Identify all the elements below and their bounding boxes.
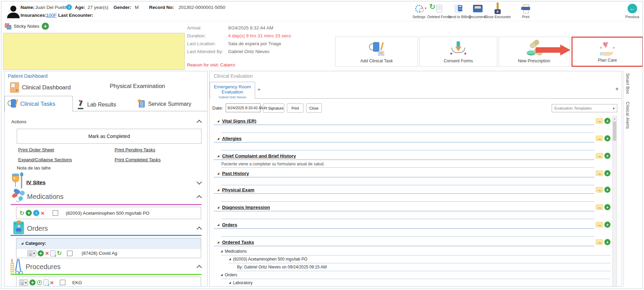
orders-collapse-chevron-icon[interactable] xyxy=(197,227,202,232)
section-title[interactable]: Physical Exam xyxy=(222,187,254,192)
category-expand-triangle-icon[interactable]: ◢ xyxy=(21,242,23,245)
quick-text-icon[interactable]: ..„ xyxy=(596,118,603,124)
patient-info-icon[interactable]: i xyxy=(66,4,72,10)
add-section-entry-icon[interactable]: + xyxy=(604,118,610,124)
procedures-section-title[interactable]: Procedures xyxy=(26,263,61,271)
category-header[interactable]: ◢ Category: xyxy=(16,238,201,249)
order-clipboard-add-icon[interactable] xyxy=(50,250,55,256)
scrollbar-up-arrow-icon[interactable]: ▲ xyxy=(613,116,617,121)
quick-text-icon[interactable]: ..„ xyxy=(596,171,603,176)
procedure-type-dropdown[interactable]: A▾ xyxy=(19,279,28,286)
section-expand-triangle-icon[interactable]: ◢ xyxy=(217,224,219,226)
section-content[interactable] xyxy=(221,229,594,237)
section-content[interactable] xyxy=(221,142,594,150)
section-content[interactable] xyxy=(221,211,594,219)
iv-sites-expand-chevron-icon[interactable] xyxy=(197,179,202,185)
tab-emergency-room-evaluation[interactable]: Emergency Room Evaluation Gabriel Ortiz … xyxy=(210,82,255,99)
reorder-medication-icon[interactable]: ↻ xyxy=(19,210,24,216)
quick-text-icon[interactable]: ..„ xyxy=(596,153,603,159)
add-section-entry-icon[interactable]: + xyxy=(604,239,610,245)
tab-clinical-tasks[interactable]: Clinical Tasks xyxy=(4,96,73,112)
tab-physical-examination[interactable]: Physical Examination xyxy=(107,83,165,90)
schedule-procedure-icon[interactable] xyxy=(37,280,42,285)
expand-collapse-sections-link[interactable]: Expand/Collapse Sections xyxy=(18,157,72,162)
add-panel-button[interactable]: + xyxy=(615,86,619,92)
tree-node-orders[interactable]: ◢ Orders xyxy=(221,271,610,279)
section-expand-triangle-icon[interactable]: ◢ xyxy=(217,189,219,191)
delete-medication-icon[interactable]: × xyxy=(41,210,44,216)
section-content[interactable]: Paciente viene a completar su formulario… xyxy=(221,160,594,168)
print-order-sheet-link[interactable]: Print Order Sheet xyxy=(18,147,54,152)
close-encounter-button[interactable]: Close Encounter xyxy=(483,3,512,19)
procedures-collapse-chevron-icon[interactable] xyxy=(197,265,202,270)
add-section-entry-icon[interactable]: + xyxy=(604,187,610,193)
delete-order-icon[interactable]: × xyxy=(45,250,49,256)
add-section-entry-icon[interactable]: + xyxy=(604,153,610,159)
iv-sites-section-title[interactable]: IV Sites xyxy=(26,179,45,186)
add-section-entry-icon[interactable]: + xyxy=(604,222,610,228)
close-evaluation-button[interactable]: Close xyxy=(306,103,322,113)
consent-forms-button[interactable]: Consent Forms xyxy=(419,37,497,67)
add-clinical-task-button[interactable]: Add Clinical Task xyxy=(335,37,418,67)
tab-clinical-dashboard[interactable]: Clinical Dashboard xyxy=(10,82,71,93)
section-title[interactable]: Past History xyxy=(222,171,249,176)
add-section-entry-icon[interactable]: + xyxy=(604,170,610,176)
medication-checkbox[interactable] xyxy=(53,210,58,216)
medication-info-icon[interactable]: i xyxy=(33,210,39,216)
delete-procedure-icon[interactable]: × xyxy=(50,279,54,286)
section-expand-triangle-icon[interactable]: ◢ xyxy=(217,241,219,244)
procedure-clipboard-icon[interactable] xyxy=(43,279,49,286)
tree-expand-triangle-icon[interactable]: ◢ xyxy=(229,281,231,284)
print-completed-tasks-link[interactable]: Print Completed Tasks xyxy=(115,157,161,162)
order-checkbox[interactable] xyxy=(67,251,73,256)
print-pending-tasks-link[interactable]: Print Pending Tasks xyxy=(115,147,155,152)
add-evaluation-tab-button[interactable]: + xyxy=(258,86,261,92)
insurances-link[interactable]: 100F xyxy=(46,13,57,18)
print-evaluation-button[interactable]: Print xyxy=(287,103,303,113)
section-title[interactable]: Diagnosis Impression xyxy=(222,205,270,210)
add-sticky-note-button[interactable]: + xyxy=(42,23,49,30)
order-type-dropdown[interactable]: A▾ xyxy=(27,250,36,256)
tree-expand-triangle-icon[interactable]: ◢ xyxy=(221,274,223,276)
section-title[interactable]: Allergies xyxy=(222,136,241,141)
pt-signature-button[interactable]: Pt Signature xyxy=(263,103,284,113)
section-title[interactable]: Orders xyxy=(222,222,237,227)
procedure-checkbox[interactable] xyxy=(60,280,65,285)
section-expand-triangle-icon[interactable]: ◢ xyxy=(217,172,219,175)
add-section-entry-icon[interactable]: + xyxy=(604,135,610,141)
settings-caret-down-icon[interactable]: ▾ xyxy=(425,7,426,10)
section-title[interactable]: Chief Complaint and Brief History xyxy=(222,153,296,159)
section-content[interactable] xyxy=(221,177,594,185)
quick-text-icon[interactable]: ..„ xyxy=(596,222,603,227)
actions-collapse-chevron-icon[interactable] xyxy=(197,120,202,125)
medications-collapse-chevron-icon[interactable] xyxy=(197,195,202,201)
section-expand-triangle-icon[interactable]: ◢ xyxy=(217,206,219,209)
section-expand-triangle-icon[interactable]: ◢ xyxy=(217,155,219,157)
section-content[interactable] xyxy=(221,125,594,133)
plan-care-button[interactable]: ♥+++ Plan Care xyxy=(571,37,643,67)
scrollbar-thumb[interactable] xyxy=(613,122,616,141)
section-expand-triangle-icon[interactable]: ◢ xyxy=(217,137,219,140)
previous-button[interactable]: ← Previous xyxy=(623,3,642,19)
quick-text-icon[interactable]: ..„ xyxy=(596,187,603,192)
add-section-entry-icon[interactable]: + xyxy=(604,204,610,210)
print-button[interactable]: Print xyxy=(515,3,536,19)
tree-node-medication-item[interactable]: ◢ (82003) Acetaminophen 500 mgs/tab PO xyxy=(229,255,610,263)
smart-box-vertical-tab[interactable]: Smart Box xyxy=(625,73,630,94)
reorder-order-icon[interactable]: ↻ xyxy=(57,250,62,256)
add-procedure-icon[interactable]: + xyxy=(29,279,36,286)
tree-expand-triangle-icon[interactable]: ◢ xyxy=(221,250,223,253)
mark-as-completed-button[interactable]: Mark as Completed xyxy=(17,129,201,144)
tab-service-summary[interactable]: Service Summary xyxy=(138,100,191,108)
quick-text-icon[interactable]: ..„ xyxy=(596,136,603,141)
quick-text-icon[interactable]: ..„ xyxy=(596,239,603,245)
sections-scrollbar[interactable]: ▲ xyxy=(612,116,617,287)
orders-section-title[interactable]: Orders xyxy=(27,225,48,232)
tab-lab-results[interactable]: Lab Results xyxy=(77,100,116,109)
add-order-icon[interactable]: + xyxy=(38,250,44,256)
add-medication-icon[interactable]: + xyxy=(26,210,32,216)
section-title[interactable]: Ordered Tasks xyxy=(222,240,254,245)
evaluation-templates-dropdown[interactable]: Evaluation Templates ▾ xyxy=(552,104,617,112)
medications-section-title[interactable]: Medications xyxy=(27,193,64,201)
evaluation-date-input[interactable]: 9/24/2025 8:33:42 AM xyxy=(226,103,261,112)
